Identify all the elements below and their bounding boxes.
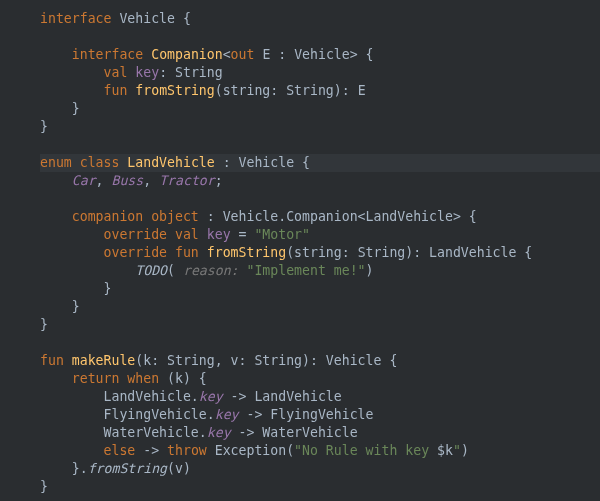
code-block: interface Vehicle { interface Companion<…	[0, 0, 600, 501]
code-line: override val key = "Motor"	[40, 227, 310, 242]
code-line: return when (k) {	[40, 371, 207, 386]
code-line: }	[40, 281, 111, 296]
code-line: companion object : Vehicle.Companion<Lan…	[40, 209, 477, 224]
code-line: }	[40, 317, 48, 332]
code-line: Car, Buss, Tractor;	[40, 173, 223, 188]
code-line: }	[40, 101, 80, 116]
code-line: TODO( reason: "Implement me!")	[40, 263, 374, 278]
code-line: LandVehicle.key -> LandVehicle	[40, 389, 342, 404]
code-line: WaterVehicle.key -> WaterVehicle	[40, 425, 358, 440]
code-line: enum class LandVehicle : Vehicle {	[40, 154, 600, 172]
code-line: fun fromString(string: String): E	[40, 83, 366, 98]
code-line: interface Companion<out E : Vehicle> {	[40, 47, 374, 62]
code-line: }.fromString(v)	[40, 461, 191, 476]
code-line: override fun fromString(string: String):…	[40, 245, 532, 260]
code-line: fun makeRule(k: String, v: String): Vehi…	[40, 353, 397, 368]
code-line: val key: String	[40, 65, 223, 80]
code-line: else -> throw Exception("No Rule with ke…	[40, 443, 469, 458]
code-line: }	[40, 479, 48, 494]
code-line: }	[40, 299, 80, 314]
code-line: FlyingVehicle.key -> FlyingVehicle	[40, 407, 374, 422]
code-line: interface Vehicle {	[40, 11, 191, 26]
code-line: }	[40, 119, 48, 134]
